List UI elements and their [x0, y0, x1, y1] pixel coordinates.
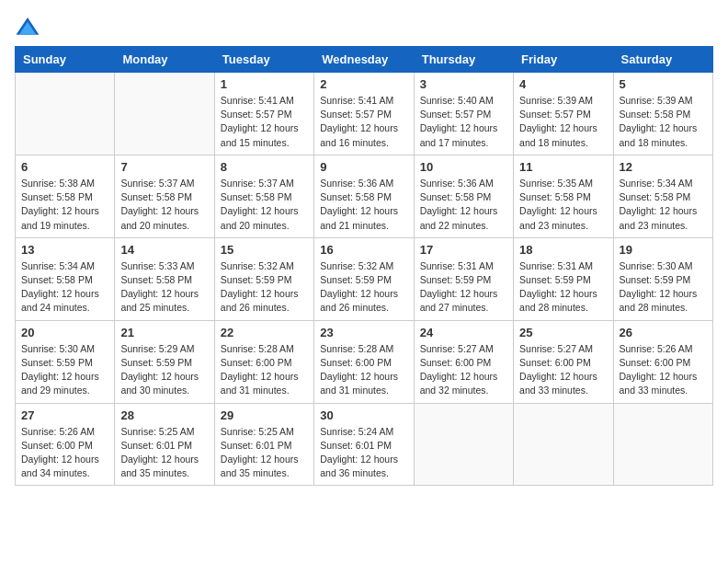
cell-info: Sunrise: 5:34 AM Sunset: 5:58 PM Dayligh… — [21, 259, 108, 316]
calendar-cell — [514, 403, 613, 486]
cell-info: Sunrise: 5:24 AM Sunset: 6:01 PM Dayligh… — [320, 425, 407, 481]
calendar-cell — [414, 403, 513, 486]
day-number: 2 — [320, 77, 407, 91]
cell-info: Sunrise: 5:29 AM Sunset: 5:59 PM Dayligh… — [120, 342, 208, 398]
cell-info: Sunrise: 5:30 AM Sunset: 5:59 PM Dayligh… — [21, 342, 108, 398]
calendar-cell: 26Sunrise: 5:26 AM Sunset: 6:00 PM Dayli… — [613, 320, 712, 403]
calendar-header: SundayMondayTuesdayWednesdayThursdayFrid… — [16, 47, 713, 73]
cell-info: Sunrise: 5:28 AM Sunset: 6:00 PM Dayligh… — [320, 342, 407, 398]
day-number: 28 — [120, 408, 208, 422]
cell-info: Sunrise: 5:40 AM Sunset: 5:57 PM Dayligh… — [420, 94, 507, 150]
cell-info: Sunrise: 5:36 AM Sunset: 5:58 PM Dayligh… — [320, 177, 407, 233]
calendar-cell: 22Sunrise: 5:28 AM Sunset: 6:00 PM Dayli… — [214, 320, 313, 403]
cell-info: Sunrise: 5:37 AM Sunset: 5:58 PM Dayligh… — [120, 177, 208, 233]
calendar-cell: 9Sunrise: 5:36 AM Sunset: 5:58 PM Daylig… — [314, 155, 414, 237]
logo — [15, 15, 44, 40]
weekday-header: Saturday — [613, 47, 712, 73]
cell-info: Sunrise: 5:27 AM Sunset: 6:00 PM Dayligh… — [420, 342, 507, 398]
cell-info: Sunrise: 5:32 AM Sunset: 5:59 PM Dayligh… — [221, 259, 308, 316]
day-number: 4 — [519, 77, 607, 91]
calendar-cell: 21Sunrise: 5:29 AM Sunset: 5:59 PM Dayli… — [115, 320, 214, 403]
day-number: 9 — [320, 160, 407, 174]
weekday-header: Monday — [115, 47, 214, 73]
calendar-cell: 4Sunrise: 5:39 AM Sunset: 5:57 PM Daylig… — [514, 73, 613, 155]
calendar-cell: 16Sunrise: 5:32 AM Sunset: 5:59 PM Dayli… — [314, 237, 414, 320]
calendar-cell: 27Sunrise: 5:26 AM Sunset: 6:00 PM Dayli… — [16, 403, 115, 486]
cell-info: Sunrise: 5:41 AM Sunset: 5:57 PM Dayligh… — [221, 94, 308, 150]
cell-info: Sunrise: 5:39 AM Sunset: 5:58 PM Dayligh… — [620, 94, 707, 150]
page-header — [15, 15, 713, 40]
calendar-cell: 13Sunrise: 5:34 AM Sunset: 5:58 PM Dayli… — [16, 237, 115, 320]
weekday-header: Tuesday — [214, 47, 313, 73]
day-number: 12 — [620, 160, 707, 174]
calendar-cell: 18Sunrise: 5:31 AM Sunset: 5:59 PM Dayli… — [514, 237, 613, 320]
calendar-week-row: 1Sunrise: 5:41 AM Sunset: 5:57 PM Daylig… — [16, 73, 713, 155]
calendar-cell: 3Sunrise: 5:40 AM Sunset: 5:57 PM Daylig… — [414, 73, 513, 155]
day-number: 20 — [21, 326, 108, 339]
day-number: 16 — [320, 243, 407, 257]
day-number: 7 — [120, 160, 208, 174]
calendar-week-row: 13Sunrise: 5:34 AM Sunset: 5:58 PM Dayli… — [16, 237, 713, 320]
calendar-cell: 8Sunrise: 5:37 AM Sunset: 5:58 PM Daylig… — [214, 155, 313, 237]
calendar-cell — [115, 73, 214, 155]
day-number: 19 — [620, 243, 707, 257]
calendar-cell: 19Sunrise: 5:30 AM Sunset: 5:59 PM Dayli… — [613, 237, 712, 320]
cell-info: Sunrise: 5:36 AM Sunset: 5:58 PM Dayligh… — [420, 177, 507, 233]
day-number: 8 — [221, 160, 308, 174]
cell-info: Sunrise: 5:30 AM Sunset: 5:59 PM Dayligh… — [620, 259, 707, 316]
logo-icon — [15, 15, 40, 40]
calendar-cell: 5Sunrise: 5:39 AM Sunset: 5:58 PM Daylig… — [613, 73, 712, 155]
day-number: 30 — [320, 408, 407, 422]
calendar-table: SundayMondayTuesdayWednesdayThursdayFrid… — [15, 46, 713, 486]
day-number: 1 — [221, 77, 308, 91]
day-number: 11 — [519, 160, 607, 174]
calendar-body: 1Sunrise: 5:41 AM Sunset: 5:57 PM Daylig… — [16, 73, 713, 486]
calendar-cell: 30Sunrise: 5:24 AM Sunset: 6:01 PM Dayli… — [314, 403, 414, 486]
day-number: 6 — [21, 160, 108, 174]
cell-info: Sunrise: 5:25 AM Sunset: 6:01 PM Dayligh… — [120, 425, 208, 481]
calendar-cell: 29Sunrise: 5:25 AM Sunset: 6:01 PM Dayli… — [214, 403, 313, 486]
day-number: 26 — [620, 326, 707, 339]
cell-info: Sunrise: 5:41 AM Sunset: 5:57 PM Dayligh… — [320, 94, 407, 150]
calendar-cell: 14Sunrise: 5:33 AM Sunset: 5:58 PM Dayli… — [115, 237, 214, 320]
day-number: 14 — [120, 243, 208, 257]
calendar-week-row: 20Sunrise: 5:30 AM Sunset: 5:59 PM Dayli… — [16, 320, 713, 403]
calendar-cell: 1Sunrise: 5:41 AM Sunset: 5:57 PM Daylig… — [214, 73, 313, 155]
cell-info: Sunrise: 5:26 AM Sunset: 6:00 PM Dayligh… — [21, 425, 108, 481]
cell-info: Sunrise: 5:26 AM Sunset: 6:00 PM Dayligh… — [620, 342, 707, 398]
day-number: 23 — [320, 326, 407, 339]
weekday-header: Wednesday — [314, 47, 414, 73]
cell-info: Sunrise: 5:39 AM Sunset: 5:57 PM Dayligh… — [519, 94, 607, 150]
cell-info: Sunrise: 5:31 AM Sunset: 5:59 PM Dayligh… — [420, 259, 507, 316]
day-number: 22 — [221, 326, 308, 339]
weekday-header: Thursday — [414, 47, 513, 73]
calendar-cell: 11Sunrise: 5:35 AM Sunset: 5:58 PM Dayli… — [514, 155, 613, 237]
calendar-cell — [16, 73, 115, 155]
cell-info: Sunrise: 5:27 AM Sunset: 6:00 PM Dayligh… — [519, 342, 607, 398]
day-number: 13 — [21, 243, 108, 257]
day-number: 15 — [221, 243, 308, 257]
calendar-cell: 12Sunrise: 5:34 AM Sunset: 5:58 PM Dayli… — [613, 155, 712, 237]
calendar-cell: 2Sunrise: 5:41 AM Sunset: 5:57 PM Daylig… — [314, 73, 414, 155]
cell-info: Sunrise: 5:37 AM Sunset: 5:58 PM Dayligh… — [221, 177, 308, 233]
calendar-cell: 17Sunrise: 5:31 AM Sunset: 5:59 PM Dayli… — [414, 237, 513, 320]
calendar-cell: 23Sunrise: 5:28 AM Sunset: 6:00 PM Dayli… — [314, 320, 414, 403]
weekday-header: Sunday — [16, 47, 115, 73]
cell-info: Sunrise: 5:38 AM Sunset: 5:58 PM Dayligh… — [21, 177, 108, 233]
calendar-cell: 24Sunrise: 5:27 AM Sunset: 6:00 PM Dayli… — [414, 320, 513, 403]
day-number: 18 — [519, 243, 607, 257]
day-number: 21 — [120, 326, 208, 339]
day-number: 29 — [221, 408, 308, 422]
day-number: 25 — [519, 326, 607, 339]
calendar-cell — [613, 403, 712, 486]
day-number: 24 — [420, 326, 507, 339]
cell-info: Sunrise: 5:25 AM Sunset: 6:01 PM Dayligh… — [221, 425, 308, 481]
day-number: 3 — [420, 77, 507, 91]
cell-info: Sunrise: 5:28 AM Sunset: 6:00 PM Dayligh… — [221, 342, 308, 398]
calendar-cell: 10Sunrise: 5:36 AM Sunset: 5:58 PM Dayli… — [414, 155, 513, 237]
calendar-cell: 15Sunrise: 5:32 AM Sunset: 5:59 PM Dayli… — [214, 237, 313, 320]
calendar-week-row: 6Sunrise: 5:38 AM Sunset: 5:58 PM Daylig… — [16, 155, 713, 237]
cell-info: Sunrise: 5:34 AM Sunset: 5:58 PM Dayligh… — [620, 177, 707, 233]
cell-info: Sunrise: 5:33 AM Sunset: 5:58 PM Dayligh… — [120, 259, 208, 316]
calendar-cell: 7Sunrise: 5:37 AM Sunset: 5:58 PM Daylig… — [115, 155, 214, 237]
